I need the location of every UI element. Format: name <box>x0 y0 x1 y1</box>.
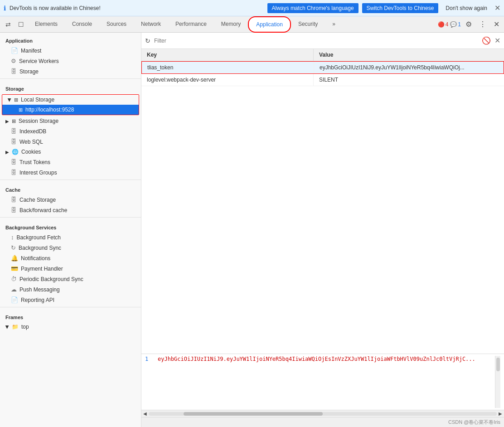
payment-handler-icon: 💳 <box>11 265 18 272</box>
status-bar: CSDN @卷心菜不卷Iris <box>141 417 504 427</box>
grid-icon-sub: ⊞ <box>19 107 23 113</box>
sidebar-item-payment-handler[interactable]: 💳 Payment Handler <box>0 263 141 274</box>
cookies-header[interactable]: ▶ 🌐 Cookies <box>0 147 141 157</box>
refresh-btn[interactable]: ↻ <box>145 37 150 44</box>
sidebar-item-cache-storage[interactable]: 🗄 Cache Storage <box>0 194 141 205</box>
sidebar-item-service-workers[interactable]: ⚙ Service Workers <box>0 56 141 66</box>
grid-icon: ⊞ <box>14 97 18 103</box>
bg-fetch-icon: ↕ <box>11 234 14 241</box>
scroll-right-btn[interactable]: ▶ <box>499 411 502 416</box>
col-key-header: Key <box>141 49 314 61</box>
responsive-btn[interactable]: ☐ <box>15 19 28 30</box>
sidebar-item-indexeddb[interactable]: 🗄 IndexedDB <box>0 126 141 136</box>
cache-storage-icon: 🗄 <box>11 196 17 203</box>
filter-input[interactable] <box>154 38 478 44</box>
preview-scroll-thumb <box>496 358 500 371</box>
sidebar-item-websql[interactable]: 🗄 Web SQL <box>0 136 141 147</box>
interest-groups-icon: 🗄 <box>11 169 17 176</box>
always-match-btn[interactable]: Always match Chrome's language <box>267 3 359 13</box>
local-storage-header[interactable]: ▶ ⊞ Local Storage <box>2 95 139 105</box>
back-forward-cache-icon: 🗄 <box>11 207 17 214</box>
session-arrow-icon: ▶ <box>5 119 9 124</box>
status-text: CSDN @卷心菜不卷Iris <box>448 419 500 426</box>
arrow-icon: ▶ <box>7 98 12 102</box>
section-storage: Storage <box>0 81 141 93</box>
filter-clear-btn[interactable]: ✕ <box>494 36 500 45</box>
switch-devtools-btn[interactable]: Switch DevTools to Chinese <box>362 3 439 13</box>
filter-bar: ↻ 🚫 ✕ <box>141 33 504 49</box>
table-row[interactable]: tlias_token eyJhbGciOiJIUzI1NiJ9.eyJuYW1… <box>141 61 504 74</box>
tab-application[interactable]: Application <box>248 16 291 33</box>
content-area: ↻ 🚫 ✕ Key Value tlias_token eyJhbGciOiJI… <box>141 33 504 427</box>
error-badge[interactable]: 🔴4 <box>438 21 449 28</box>
indexeddb-icon: 🗄 <box>11 128 17 135</box>
storage-icon: 🗄 <box>11 68 17 75</box>
periodic-bg-sync-icon: ⏱ <box>11 276 17 282</box>
tab-security[interactable]: Security <box>291 16 325 33</box>
sidebar-item-reporting-api[interactable]: 📄 Reporting API <box>0 295 141 305</box>
cookies-arrow-icon: ▶ <box>5 150 9 155</box>
session-storage-header[interactable]: ▶ ⊞ Session Storage <box>0 116 141 126</box>
scroll-track <box>149 412 497 416</box>
sidebar-item-manifest[interactable]: 📄 Manifest <box>0 45 141 56</box>
info-text: DevTools is now available in Chinese! <box>10 5 264 11</box>
session-grid-icon: ⊞ <box>12 118 16 124</box>
tab-console[interactable]: Console <box>65 16 99 33</box>
sidebar-item-storage[interactable]: 🗄 Storage <box>0 66 141 77</box>
scroll-left-btn[interactable]: ◀ <box>143 411 147 416</box>
section-application: Application <box>0 33 141 45</box>
sidebar: Application 📄 Manifest ⚙ Service Workers… <box>0 33 141 427</box>
section-cache: Cache <box>0 182 141 194</box>
trust-tokens-icon: 🗄 <box>11 159 17 165</box>
tab-right-area: 🔴4 💬1 ⚙ ⋮ ✕ <box>438 18 502 30</box>
preview-section: 1 eyJhbGciOiJIUzI1NiJ9.eyJuYW1lIjoiNYeR5… <box>141 354 504 417</box>
table-body: tlias_token eyJhbGciOiJIUzI1NiJ9.eyJuYW1… <box>141 61 504 208</box>
reporting-api-icon: 📄 <box>11 296 18 303</box>
sidebar-item-notifications[interactable]: 🔔 Notifications <box>0 253 141 263</box>
info-badge[interactable]: 💬1 <box>450 21 461 28</box>
section-frames: Frames <box>0 309 141 322</box>
frames-header[interactable]: ▶ 📁 top <box>0 322 141 332</box>
sidebar-item-back-forward-cache[interactable]: 🗄 Back/forward cache <box>0 205 141 215</box>
tab-elements[interactable]: Elements <box>28 16 65 33</box>
filter-no-icon[interactable]: 🚫 <box>482 36 491 45</box>
more-options-btn[interactable]: ⋮ <box>476 18 489 30</box>
tab-bar: ⇄ ☐ Elements Console Sources Network Per… <box>0 16 504 33</box>
sidebar-item-local-storage-url[interactable]: ⊞ http://localhost:9528 <box>2 105 139 115</box>
close-devtools-btn[interactable]: ✕ <box>491 18 502 30</box>
tab-network[interactable]: Network <box>134 16 168 33</box>
service-workers-icon: ⚙ <box>11 58 16 64</box>
sidebar-item-periodic-bg-sync[interactable]: ⏱ Periodic Background Sync <box>0 274 141 284</box>
tab-performance[interactable]: Performance <box>168 16 214 33</box>
tab-sources[interactable]: Sources <box>99 16 134 33</box>
preview-content: eyJhbGciOiJIUzI1NiJ9.eyJuYW1lIjoiNYeR5bq… <box>158 356 491 408</box>
scroll-thumb <box>184 412 323 416</box>
frames-folder-icon: 📁 <box>12 324 19 330</box>
preview-area: 1 eyJhbGciOiJIUzI1NiJ9.eyJuYW1lIjoiNYeR5… <box>141 354 504 410</box>
col-value-header: Value <box>314 49 504 61</box>
local-storage-group: ▶ ⊞ Local Storage ⊞ http://localhost:952… <box>2 94 139 115</box>
tab-more[interactable]: » <box>325 16 343 33</box>
back-forward-btn[interactable]: ⇄ <box>2 19 15 30</box>
tab-memory[interactable]: Memory <box>214 16 248 33</box>
dont-show-btn[interactable]: Don't show again <box>442 3 491 13</box>
settings-btn[interactable]: ⚙ <box>463 18 475 30</box>
preview-line-num: 1 <box>145 356 154 408</box>
main-layout: Application 📄 Manifest ⚙ Service Workers… <box>0 33 504 427</box>
sidebar-item-push-messaging[interactable]: ☁ Push Messaging <box>0 284 141 295</box>
manifest-icon: 📄 <box>11 47 18 54</box>
sidebar-item-bg-fetch[interactable]: ↕ Background Fetch <box>0 232 141 243</box>
sidebar-item-bg-sync[interactable]: ↻ Background Sync <box>0 243 141 253</box>
row-value: SILENT <box>314 74 504 86</box>
notifications-icon: 🔔 <box>11 255 18 262</box>
h-scrollbar[interactable]: ◀ ▶ <box>141 410 504 417</box>
close-infobar-btn[interactable]: ✕ <box>494 4 500 12</box>
bg-sync-icon: ↻ <box>11 244 16 251</box>
row-value: eyJhbGciOiJIUzI1NiJ9.eyJuYW1lIjoiNYeR5bq… <box>314 62 504 73</box>
section-background: Background Services <box>0 219 141 232</box>
preview-vscrollbar[interactable] <box>495 356 500 408</box>
table-header: Key Value <box>141 49 504 61</box>
table-row[interactable]: loglevel:webpack-dev-server SILENT <box>141 74 504 86</box>
sidebar-item-interest-groups[interactable]: 🗄 Interest Groups <box>0 167 141 178</box>
sidebar-item-trust-tokens[interactable]: 🗄 Trust Tokens <box>0 157 141 167</box>
